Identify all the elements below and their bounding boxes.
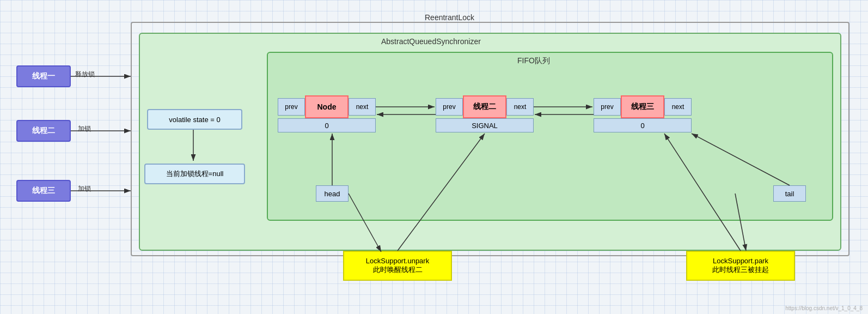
state-box: volatile state = 0	[147, 109, 242, 130]
reentrant-label: ReentrantLock	[425, 13, 474, 22]
node3-value: 0	[594, 118, 692, 132]
action-label-1: 释放锁	[75, 70, 95, 79]
node2-next: next	[506, 98, 534, 116]
node1-value: 0	[278, 118, 376, 132]
thread-2-box: 线程二	[16, 120, 71, 142]
tail-box: tail	[773, 185, 806, 202]
watermark: https://blog.csdn.net/v_1_0_4_8	[785, 305, 863, 311]
node1-center: Node	[305, 95, 349, 118]
node1-next: next	[349, 98, 376, 116]
yellow-box-1: LockSupport.unpark 此时唤醒线程二	[343, 251, 452, 281]
head-box: head	[316, 185, 349, 202]
fifo-container	[267, 52, 833, 221]
node3-next: next	[664, 98, 692, 116]
node2-prev: prev	[436, 98, 463, 116]
node3-prev: prev	[594, 98, 621, 116]
node2-center: 线程二	[463, 95, 506, 118]
node1-prev: prev	[278, 98, 305, 116]
action-label-2: 加锁	[78, 124, 91, 134]
thread-1-box: 线程一	[16, 65, 71, 87]
thread-3-box: 线程三	[16, 180, 71, 202]
yellow-box-2: LockSupport.park 此时线程三被挂起	[686, 251, 795, 281]
fifo-label: FIFO队列	[517, 56, 550, 66]
node3-center: 线程三	[621, 95, 664, 118]
lock-thread-box: 当前加锁线程=null	[144, 164, 245, 184]
action-label-3: 加锁	[78, 184, 91, 194]
aqs-label: AbstractQueuedSynchronizer	[381, 37, 481, 46]
node2-value: SIGNAL	[436, 118, 534, 132]
